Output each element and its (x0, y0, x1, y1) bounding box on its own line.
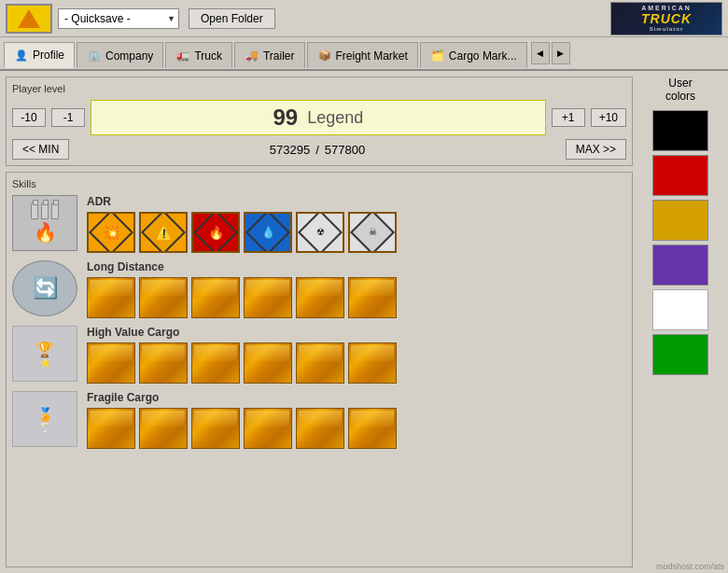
adr-badge-6[interactable]: ☠ (348, 212, 397, 253)
fragile-badges (87, 408, 626, 449)
hvc-badge-4[interactable] (244, 342, 292, 384)
adr-badge-4[interactable]: 💧 (244, 212, 292, 253)
open-folder-button[interactable]: Open Folder (189, 8, 275, 29)
main-content: Player level -10 -1 99 Legend +1 +10 << … (0, 71, 728, 573)
skill-row-adr: 🔥 ADR 💥 (12, 195, 626, 253)
user-colors-label: Usercolors (665, 77, 695, 103)
ats-logo: AMERICAN TRUCK Simulator (610, 2, 722, 35)
fragile-badge-1[interactable] (87, 408, 135, 449)
hvc-badges (87, 342, 626, 384)
longdist-badge-1[interactable] (87, 277, 135, 318)
fragile-icon-glass: 🍸 (39, 422, 50, 432)
skills-label: Skills (12, 178, 626, 189)
tab-next-arrow[interactable]: ▶ (552, 42, 570, 64)
tab-trailer[interactable]: 🚚 Trailer (234, 42, 305, 68)
adr-skill-icon: 🔥 (12, 195, 77, 251)
fragile-badge-4[interactable] (244, 408, 292, 449)
longdist-badge-5[interactable] (296, 277, 344, 318)
hazmat-diamond-2: ⚠️ (141, 212, 186, 253)
level-number: 99 (273, 105, 298, 131)
hazmat-inner-5: ☢ (316, 228, 325, 237)
adr-bottles (31, 203, 59, 219)
hvc-badge-5[interactable] (296, 342, 344, 384)
min-button[interactable]: << MIN (12, 139, 69, 160)
color-swatch-green[interactable] (652, 334, 708, 375)
fragile-skill-content: Fragile Cargo (87, 391, 626, 449)
color-swatch-purple[interactable] (652, 245, 708, 286)
fragile-badge-5[interactable] (296, 408, 344, 449)
hazmat-diamond-3: 🔥 (193, 212, 238, 253)
tab-truck[interactable]: 🚛 Truck (165, 42, 232, 68)
skill-row-longdist: 🔄 Long Distance (12, 260, 626, 318)
hvc-badge-1[interactable] (87, 342, 135, 384)
fragile-badge-6[interactable] (348, 408, 397, 449)
tab-company[interactable]: 🏢 Company (77, 42, 163, 68)
hazmat-diamond-5: ☢ (298, 212, 343, 253)
xp-max: 577800 (325, 143, 365, 157)
longdist-badge-2[interactable] (139, 277, 188, 318)
xp-current: 573295 (270, 143, 310, 157)
skill-row-fragile: 🏅 🍸 Fragile Cargo (12, 391, 626, 449)
longdist-skill-icon: 🔄 (12, 260, 77, 316)
quicksave-select[interactable]: - Quicksave - (58, 8, 179, 29)
color-swatch-black[interactable] (652, 110, 708, 151)
tabs-bar: 👤 Profile 🏢 Company 🚛 Truck 🚚 Trailer 📦 … (0, 37, 728, 71)
right-panel: Usercolors (638, 77, 722, 567)
longdist-badge-4[interactable] (244, 277, 292, 318)
quicksave-select-wrapper[interactable]: - Quicksave - (58, 8, 179, 29)
color-swatch-red[interactable] (652, 155, 708, 196)
hvc-icon-visual: 🏆 ⭐ (35, 341, 54, 368)
minus10-button[interactable]: -10 (12, 108, 46, 127)
xp-row: << MIN 573295 / 577800 MAX >> (12, 139, 626, 160)
hvc-skill-icon: 🏆 ⭐ (12, 326, 77, 382)
hvc-badge-2[interactable] (139, 342, 188, 384)
minus1-button[interactable]: -1 (51, 108, 85, 127)
logo-icon (18, 9, 40, 28)
adr-badge-5[interactable]: ☢ (296, 212, 344, 253)
hvc-badge-6[interactable] (348, 342, 397, 384)
fragile-icon-person: 🏅 (37, 407, 53, 422)
hvc-skill-content: High Value Cargo (87, 326, 626, 384)
hvc-badge-3[interactable] (191, 342, 240, 384)
fragile-icon-visual: 🏅 🍸 (37, 407, 53, 432)
hazmat-diamond-6: ☠ (350, 212, 395, 253)
plus1-button[interactable]: +1 (552, 108, 585, 127)
app-logo (6, 4, 52, 34)
fragile-badge-2[interactable] (139, 408, 188, 449)
left-panel: Player level -10 -1 99 Legend +1 +10 << … (6, 77, 633, 567)
bottle-1 (31, 203, 38, 219)
tab-profile[interactable]: 👤 Profile (4, 42, 75, 68)
longdist-badge-6[interactable] (348, 277, 397, 318)
adr-skill-content: ADR 💥 ⚠️ (87, 195, 626, 253)
longdist-badges (87, 277, 626, 318)
freight-tab-label: Freight Market (336, 49, 408, 63)
fragile-badge-3[interactable] (191, 408, 240, 449)
level-title: Legend (307, 108, 363, 128)
player-level-section: Player level -10 -1 99 Legend +1 +10 << … (6, 77, 633, 166)
tab-prev-arrow[interactable]: ◀ (531, 42, 550, 64)
longdist-skill-name: Long Distance (87, 260, 626, 273)
adr-skill-name: ADR (87, 195, 626, 208)
hvc-icon-person: 🏆 (35, 341, 54, 358)
longdist-badge-3[interactable] (191, 277, 240, 318)
adr-badges: 💥 ⚠️ 🔥 (87, 212, 626, 253)
player-level-label: Player level (12, 83, 626, 94)
level-controls: -10 -1 99 Legend +1 +10 (12, 100, 626, 135)
adr-icon-visual: 🔥 (31, 203, 59, 244)
hvc-skill-name: High Value Cargo (87, 326, 626, 339)
fragile-skill-name: Fragile Cargo (87, 391, 626, 404)
adr-badge-2[interactable]: ⚠️ (139, 212, 188, 253)
color-swatch-gold[interactable] (652, 200, 708, 241)
color-swatch-white[interactable] (652, 289, 708, 330)
adr-badge-1[interactable]: 💥 (87, 212, 135, 253)
adr-badge-3[interactable]: 🔥 (191, 212, 240, 253)
freight-tab-icon: 📦 (317, 49, 332, 63)
hazmat-inner-1: 💥 (104, 226, 119, 239)
hazmat-inner-2: ⚠️ (156, 226, 172, 239)
plus10-button[interactable]: +10 (591, 108, 626, 127)
tab-freight-market[interactable]: 📦 Freight Market (307, 42, 418, 68)
truck-tab-icon: 🚛 (175, 49, 190, 63)
max-button[interactable]: MAX >> (566, 139, 626, 160)
tab-cargo-market[interactable]: 🗂️ Cargo Mark... (420, 42, 527, 68)
fire-symbol: 🔥 (34, 221, 57, 244)
